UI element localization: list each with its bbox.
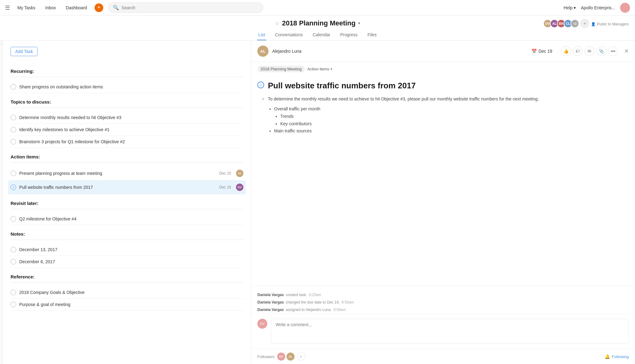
tab-files[interactable]: Files	[366, 30, 378, 40]
task-item[interactable]: Determine monthly results needed to hit …	[11, 112, 243, 124]
task-checkbox[interactable]	[11, 259, 16, 264]
add-follower-button[interactable]: +	[297, 353, 305, 361]
task-checkbox[interactable]	[11, 290, 16, 295]
tab-progress[interactable]: Progress	[339, 30, 359, 40]
task-text: Brainstorm 3 projects for Q1 milestone f…	[19, 139, 243, 144]
follow-button[interactable]: 🔔 Following	[605, 354, 629, 359]
comment-input[interactable]	[271, 319, 629, 344]
tag-button[interactable]: 🏷	[573, 46, 583, 56]
section-action-items: Action items: Present planning progress …	[11, 154, 243, 194]
task-detail-title: Pull website traffic numbers from 2017	[268, 81, 416, 91]
task-item[interactable]: Identify key milestones to achieve Objec…	[11, 124, 243, 136]
task-item[interactable]: December 13, 2017	[11, 244, 243, 256]
task-title-row: Pull website traffic numbers from 2017	[257, 81, 629, 91]
breadcrumb-section[interactable]: Action items ▾	[307, 67, 332, 71]
section-topics: Topics to discuss: Determine monthly res…	[11, 99, 243, 148]
task-due-date: Dec 19	[219, 185, 231, 189]
dashboard-link[interactable]: Dashboard	[63, 4, 90, 11]
project-header: ☆ 2018 Planning Meeting ▾ List Conversat…	[0, 16, 635, 41]
section-title-topics: Topics to discuss:	[11, 99, 243, 104]
search-input[interactable]	[122, 5, 259, 10]
task-complete-check[interactable]	[257, 82, 264, 88]
user-avatar[interactable]	[620, 3, 630, 13]
task-checkbox[interactable]	[11, 171, 16, 176]
toolbar-actions: 👤 ⊞	[226, 41, 243, 42]
task-description: ≡ To determine the monthly results we ne…	[268, 95, 629, 135]
description-text: To determine the monthly results we need…	[268, 95, 629, 103]
task-item[interactable]: Purpose & goal of meeting	[11, 299, 243, 311]
tab-conversations[interactable]: Conversations	[274, 30, 304, 40]
left-sidebar: ‹	[0, 41, 3, 364]
task-item[interactable]: December 6, 2017	[11, 256, 243, 268]
filter-button[interactable]: 👤	[226, 41, 235, 42]
task-item[interactable]: Q2 milestone for Objective #4	[11, 213, 243, 225]
bell-icon: 🔔	[605, 354, 610, 359]
detail-breadcrumb: 2018 Planning Meeting Action items ▾	[251, 62, 635, 76]
task-checkbox[interactable]	[11, 247, 16, 252]
main-content: ‹ Add Task 👤 ⊞ Recurring: Share progress…	[0, 41, 635, 364]
task-text: Determine monthly results needed to hit …	[19, 115, 243, 120]
add-task-button[interactable]: Add Task	[11, 47, 38, 56]
extra-members-badge[interactable]: +2	[571, 19, 579, 28]
detail-assignee-avatar: AL	[257, 46, 269, 57]
followers-section: Followers DV AL + 🔔 Following	[251, 348, 635, 364]
tab-list[interactable]: List	[257, 30, 266, 40]
add-member-button[interactable]: +	[580, 19, 589, 28]
section-title-recurring: Recurring:	[11, 69, 243, 74]
task-checkbox[interactable]	[11, 216, 16, 222]
task-item-selected[interactable]: Pull website traffic numbers from 2017 D…	[8, 180, 246, 194]
follower-avatar-2: AL	[286, 353, 295, 361]
task-item[interactable]: Brainstorm 3 projects for Q1 milestone f…	[11, 136, 243, 148]
task-text: December 6, 2017	[19, 259, 243, 264]
sort-button[interactable]: ⊞	[237, 41, 243, 42]
task-checkbox[interactable]	[11, 115, 16, 120]
detail-header: AL Alejandro Luna 📅 Dec 19 👍 🏷 ✉ 📎 ••• ✕	[251, 41, 635, 62]
hamburger-icon[interactable]: ☰	[5, 4, 10, 11]
search-icon: 🔍	[113, 5, 119, 11]
breadcrumb-section-label: Action items	[307, 67, 329, 71]
section-title-revisit: Revisit later:	[11, 201, 243, 206]
project-chevron-icon[interactable]: ▾	[358, 21, 360, 25]
task-checkbox[interactable]	[11, 84, 16, 90]
like-button[interactable]: 👍	[561, 46, 571, 56]
breadcrumb-project-tag[interactable]: 2018 Planning Meeting	[257, 66, 305, 72]
task-text: December 13, 2017	[19, 247, 243, 252]
task-detail-panel: AL Alejandro Luna 📅 Dec 19 👍 🏷 ✉ 📎 ••• ✕…	[251, 41, 635, 364]
task-due-date: Dec 15	[219, 171, 231, 175]
collapse-arrow-icon[interactable]: ‹	[0, 42, 3, 46]
task-checkbox[interactable]	[11, 302, 16, 307]
section-notes: Notes: December 13, 2017 December 6, 201…	[11, 231, 243, 268]
task-item[interactable]: 2018 Company Goals & Objective	[11, 286, 243, 299]
section-title-notes: Notes:	[11, 231, 243, 237]
add-project-button[interactable]: +	[95, 3, 103, 12]
activity-section: Daniela Vargas created task. 9:20am Dani…	[251, 286, 635, 313]
attach-button[interactable]: 📎	[596, 46, 606, 56]
bullet-list: Overall traffic per month Trends Key con…	[274, 105, 629, 135]
task-text: 2018 Company Goals & Objective	[19, 290, 243, 295]
task-item[interactable]: Share progress on outstanding action ite…	[11, 81, 243, 93]
tab-calendar[interactable]: Calendar	[311, 30, 331, 40]
section-title-reference: Reference:	[11, 274, 243, 279]
my-tasks-link[interactable]: My Tasks	[15, 4, 38, 11]
close-detail-button[interactable]: ✕	[624, 48, 629, 55]
calendar-icon: 📅	[531, 49, 537, 54]
project-title: 2018 Planning Meeting	[282, 19, 355, 27]
task-text: Identify key milestones to achieve Objec…	[19, 127, 243, 132]
followers-label: Followers	[257, 354, 275, 359]
task-checkbox-checked[interactable]	[11, 184, 16, 190]
task-text: Present planning progress at team meetin…	[19, 171, 216, 176]
detail-body: Pull website traffic numbers from 2017 ≡…	[251, 76, 635, 278]
task-list-panel: Add Task 👤 ⊞ Recurring: Share progress o…	[3, 41, 251, 364]
task-checkbox[interactable]	[11, 139, 16, 144]
help-link[interactable]: Help ▾	[564, 5, 576, 10]
task-assignee-avatar: AL	[236, 170, 243, 177]
task-item[interactable]: Present planning progress at team meetin…	[11, 166, 243, 180]
detail-assignee-name: Alejandro Luna	[272, 49, 301, 54]
task-checkbox[interactable]	[11, 127, 16, 132]
section-recurring: Recurring: Share progress on outstanding…	[11, 69, 243, 93]
star-icon[interactable]: ☆	[275, 20, 279, 26]
activity-item: Daniela Vargas changed the due date to D…	[257, 299, 629, 306]
inbox-link[interactable]: Inbox	[43, 4, 58, 11]
message-button[interactable]: ✉	[584, 46, 594, 56]
more-button[interactable]: •••	[608, 46, 618, 56]
